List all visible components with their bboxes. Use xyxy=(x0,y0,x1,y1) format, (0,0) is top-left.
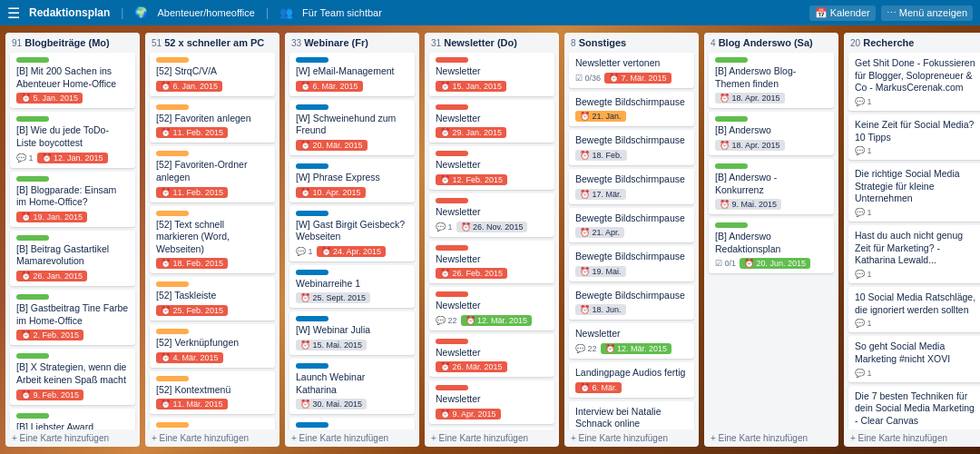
card[interactable]: Keine Zeit für Social Media? 10 Tipps💬 1 xyxy=(848,114,980,160)
card-date-badge: ⏰ 6. Mär. xyxy=(575,382,622,393)
card[interactable]: [W] Gast Birgit Geisbeck? Webseiten💬 1⏰ … xyxy=(289,206,415,262)
add-card-button[interactable]: + Eine Karte hinzufügen xyxy=(285,429,419,447)
card-comment-badge: 💬 1 xyxy=(855,146,872,155)
card[interactable]: Bewegte Bildschirmpause⏰ 21. Apr. xyxy=(569,208,694,243)
card-label-stripe xyxy=(156,211,189,216)
card-labels xyxy=(296,211,408,216)
card[interactable]: Newsletter⏰ 15. Jan. 2015 xyxy=(429,53,554,96)
board-visibility-label[interactable]: Abenteuer/homeoffice xyxy=(157,7,254,18)
card[interactable]: Bewegte Bildschirmpause⏰ 18. Feb. xyxy=(569,130,694,165)
card[interactable]: [B] Liebster Award⏰ 23. Feb. 2015 xyxy=(10,409,135,429)
card[interactable]: [52] Verknüpfungen⏰ 4. Mär. 2015 xyxy=(150,324,275,368)
team-label[interactable]: Für Team sichtbar xyxy=(302,7,382,18)
card-title: Hast du auch nicht genug Zeit für Market… xyxy=(855,230,978,267)
card[interactable]: Newsletter⏰ 9. Apr. 2015 xyxy=(429,380,554,424)
card[interactable]: [B] Anderswo⏰ 18. Apr. 2015 xyxy=(709,112,834,155)
app-logo[interactable]: ☰ xyxy=(7,5,20,22)
list-webinare: 33 Webinare (Fr) [W] eMail-Management⏰ 6… xyxy=(285,33,419,447)
list-cards-blog-anderswo: [B] Anderswo Blog-Themen finden⏰ 18. Apr… xyxy=(704,51,838,429)
card-title: Bewegte Bildschirmpause xyxy=(575,251,688,263)
card-label-stripe xyxy=(156,57,189,63)
add-card-button[interactable]: + Eine Karte hinzufügen xyxy=(844,429,980,447)
card[interactable]: [52] Kontextmenü⏰ 11. Mär. 2015 xyxy=(150,371,275,415)
card[interactable]: Die richtige Social Media Strategie für … xyxy=(848,163,980,222)
card[interactable]: Newsletter💬 1⏰ 26. Nov. 2015 xyxy=(429,193,554,237)
card[interactable]: Newsletter⏰ 29. Jan. 2015 xyxy=(429,100,554,143)
card-title: Bewegte Bildschirmpause xyxy=(575,96,688,109)
card[interactable]: 10 Social Media Ratschläge, die ignorier… xyxy=(848,287,980,332)
card-label-stripe xyxy=(156,376,189,381)
card[interactable]: Newsletter💬 22⏰ 12. Mär. 2015 xyxy=(569,323,694,359)
card[interactable]: Bewegte Bildschirmpause⏰ 21. Jan. xyxy=(569,92,694,127)
add-card-button[interactable]: + Eine Karte hinzufügen xyxy=(145,429,279,447)
card-meta: 💬 1 xyxy=(855,319,978,328)
card[interactable]: Hast du auch nicht genug Zeit für Market… xyxy=(848,225,980,283)
card-label-stripe xyxy=(156,329,189,334)
card-labels xyxy=(715,116,828,122)
card[interactable]: [52] große Tabellen schnell bewegen⏰ 15.… xyxy=(150,418,275,429)
card[interactable]: Bewegte Bildschirmpause⏰ 18. Jun. xyxy=(569,285,694,321)
card-title: [52] Verknüpfungen xyxy=(156,337,269,350)
visibility-icon: 🌍 xyxy=(134,6,148,19)
card-meta: ⏰ 11. Feb. 2015 xyxy=(156,127,269,138)
add-card-button[interactable]: + Eine Karte hinzufügen xyxy=(5,429,140,447)
card[interactable]: Bewegte Bildschirmpause⏰ 17. Mär. xyxy=(569,169,694,204)
card[interactable]: [B] Anderswo Blog-Themen finden⏰ 18. Apr… xyxy=(709,53,834,108)
card[interactable]: Get Shit Done - Fokussieren für Blogger,… xyxy=(848,53,980,111)
team-icon: 👥 xyxy=(279,6,293,19)
card[interactable]: So geht Social Media Marketing #nicht XO… xyxy=(848,336,980,381)
card[interactable]: [B] X Strategien, wenn die Arbeit keinen… xyxy=(10,349,135,404)
card-meta: 💬 1 xyxy=(855,270,978,279)
card[interactable]: [B] Anderswo Redaktionsplan☑ 0/1⏰ 20. Ju… xyxy=(709,218,834,273)
add-card-button[interactable]: + Eine Karte hinzufügen xyxy=(425,429,559,447)
card[interactable]: Bewegte Bildschirmpause⏰ 19. Mai. xyxy=(569,246,694,281)
card[interactable]: Webinarreihe 1⏰ 25. Sept. 2015 xyxy=(289,265,415,309)
card[interactable]: Landingpage Audios fertig⏰ 6. Mär. xyxy=(569,362,694,398)
card-meta: ☑ 0/36⏰ 7. Mär. 2015 xyxy=(575,73,688,84)
calendar-button[interactable]: 📅 Kalender xyxy=(809,5,876,21)
card[interactable]: [W] eMail-Management⏰ 6. Mär. 2015 xyxy=(289,53,415,96)
card[interactable]: [52] Favoriten anlegen⏰ 11. Feb. 2015 xyxy=(150,100,275,143)
card[interactable]: [52] StrqC/V/A⏰ 6. Jan. 2015 xyxy=(150,53,275,96)
card[interactable]: Interview bei Natalie Schnack online⏰ 1.… xyxy=(569,401,694,429)
card[interactable]: [52] Taskleiste⏰ 25. Feb. 2015 xyxy=(150,277,275,321)
list-newsletter: 31 Newsletter (Do) Newsletter⏰ 15. Jan. … xyxy=(425,33,559,447)
topbar-divider2: | xyxy=(266,6,269,19)
card[interactable]: [52] Text schnell markieren (Word, Webse… xyxy=(150,206,275,274)
card-date-badge: ⏰ 15. Mai. 2015 xyxy=(296,340,367,350)
card-title: Newsletter xyxy=(436,300,548,312)
card[interactable]: [B] Blogparade: Einsam im Home-Office?⏰ … xyxy=(10,172,135,227)
card-labels xyxy=(715,222,828,228)
card[interactable]: [W] Webinar RSS⏰ 29. Mai. 2015 xyxy=(289,418,415,429)
card-date-badge: ⏰ 18. Feb. 2015 xyxy=(156,258,228,269)
add-card-button[interactable]: + Eine Karte hinzufügen xyxy=(564,429,699,447)
card[interactable]: [52] Favoriten-Ordner anlegen⏰ 11. Feb. … xyxy=(150,146,275,202)
card[interactable]: Newsletter⏰ 26. Mär. 2015 xyxy=(429,334,554,378)
card-date-badge: ⏰ 29. Jan. 2015 xyxy=(436,127,506,138)
list-title: Blogbeiträge (Mo) xyxy=(24,37,110,48)
card[interactable]: [W] Schweinehund zum Freund⏰ 20. Mär. 20… xyxy=(289,100,415,155)
card[interactable]: [B] Gastbeitrag Tine Farbe im Home-Offic… xyxy=(10,290,135,345)
card-date-badge: ⏰ 11. Mär. 2015 xyxy=(156,399,228,410)
card[interactable]: [B] Beitrag Gastartikel Mamarevolution⏰ … xyxy=(10,231,135,286)
card[interactable]: [B] Mit 200 Sachen ins Abenteuer Home-Of… xyxy=(10,53,135,108)
card[interactable]: Launch Webinar Katharina⏰ 30. Mai. 2015 xyxy=(289,359,415,414)
card-date-badge: ⏰ 19. Jan. 2015 xyxy=(16,212,87,222)
card[interactable]: [W] Webinar Julia⏰ 15. Mai. 2015 xyxy=(289,311,415,355)
card[interactable]: Newsletter⏰ 12. Feb. 2015 xyxy=(429,146,554,190)
card[interactable]: [B] Anderswo - Konkurrenz⏰ 9. Mai. 2015 xyxy=(709,159,834,214)
card-labels xyxy=(296,270,408,275)
card-label-stripe xyxy=(715,57,748,63)
card-date-badge: ⏰ 18. Jun. xyxy=(575,304,626,315)
card-date-badge: ⏰ 10. Apr. 2015 xyxy=(296,187,366,198)
card[interactable]: [B] Wie du jede ToDo-Liste boycottest💬 1… xyxy=(10,112,135,167)
card-date-badge: ⏰ 26. Feb. 2015 xyxy=(436,268,507,279)
card[interactable]: Newsletter💬 22⏰ 12. Mär. 2015 xyxy=(429,287,554,331)
menu-button[interactable]: ⋯ Menü anzeigen xyxy=(881,5,973,21)
card[interactable]: Newsletter⏰ 26. Feb. 2015 xyxy=(429,241,554,284)
card[interactable]: [W] Phrase Express⏰ 10. Apr. 2015 xyxy=(289,159,415,202)
card[interactable]: Newsletter vertonen☑ 0/36⏰ 7. Mär. 2015 xyxy=(569,53,694,88)
add-card-button[interactable]: + Eine Karte hinzufügen xyxy=(704,429,838,447)
card[interactable]: Die 7 besten Techniken für dein Social M… xyxy=(848,386,980,429)
card-title: Keine Zeit für Social Media? 10 Tipps xyxy=(855,119,978,143)
